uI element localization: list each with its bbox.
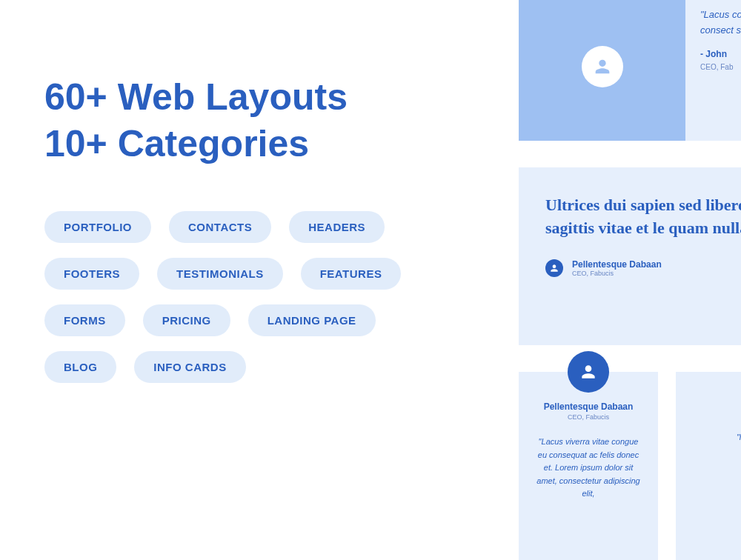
category-pill[interactable]: PORTFOLIO: [44, 211, 151, 243]
testimonial-card-small: "lacu: [676, 372, 741, 560]
category-pill[interactable]: FEATURES: [301, 258, 402, 290]
testimonial-text-panel: "Lacus consequ Lorem consect sed eni ali…: [685, 0, 741, 141]
avatar: [568, 351, 609, 393]
testimonial-card-row: Pellentesque Dabaan CEO, Fabucis "Lacus …: [519, 372, 741, 560]
headline-line-1: 60+ Web Layouts: [44, 74, 504, 121]
category-pill[interactable]: CONTACTS: [169, 211, 271, 243]
testimonial-name: Pellentesque Dabaan: [572, 259, 662, 270]
headline: 60+ Web Layouts 10+ Categories: [44, 74, 504, 167]
category-pill[interactable]: PRICING: [143, 304, 230, 336]
preview-column: "Lacus consequ Lorem consect sed eni ali…: [519, 0, 741, 560]
testimonial-body: "lacu: [691, 431, 741, 444]
testimonial-person: Pellentesque Dabaan CEO, Fabucis: [545, 259, 741, 277]
person-icon: [592, 56, 613, 77]
testimonial-card-quote: Ultrices dui sapien sed libero enim. El …: [519, 167, 741, 345]
testimonial-author: - John: [700, 47, 741, 61]
testimonial-card-split: "Lacus consequ Lorem consect sed eni ali…: [519, 0, 741, 141]
testimonial-name: Pellentesque Dabaan: [534, 401, 643, 412]
avatar: [582, 46, 623, 87]
testimonial-avatar-panel: [519, 0, 685, 141]
category-pill[interactable]: LANDING PAGE: [248, 304, 376, 336]
testimonial-role: CEO, Fab: [700, 61, 741, 73]
testimonial-role: CEO, Fabucis: [572, 270, 662, 277]
testimonial-body: "Lacus viverra vitae congue eu consequat…: [534, 436, 643, 501]
category-pill[interactable]: BLOG: [44, 351, 116, 383]
testimonial-card-small: Pellentesque Dabaan CEO, Fabucis "Lacus …: [519, 372, 658, 560]
category-pill[interactable]: FORMS: [44, 304, 125, 336]
category-pill[interactable]: INFO CARDS: [134, 351, 245, 383]
avatar: [545, 259, 563, 277]
testimonial-quote: Ultrices dui sapien sed libero enim. El …: [545, 194, 741, 240]
category-pill-list: PORTFOLIOCONTACTSHEADERSFOOTERSTESTIMONI…: [44, 211, 459, 383]
person-icon: [549, 263, 559, 273]
hero-left: 60+ Web Layouts 10+ Categories PORTFOLIO…: [44, 74, 504, 383]
category-pill[interactable]: HEADERS: [289, 211, 385, 243]
testimonial-role: CEO, Fabucis: [534, 413, 643, 421]
category-pill[interactable]: TESTIMONIALS: [157, 258, 283, 290]
headline-line-2: 10+ Categories: [44, 121, 504, 167]
person-icon: [579, 362, 598, 381]
category-pill[interactable]: FOOTERS: [44, 258, 139, 290]
testimonial-body: "Lacus consequ Lorem consect sed eni ali…: [700, 7, 741, 39]
